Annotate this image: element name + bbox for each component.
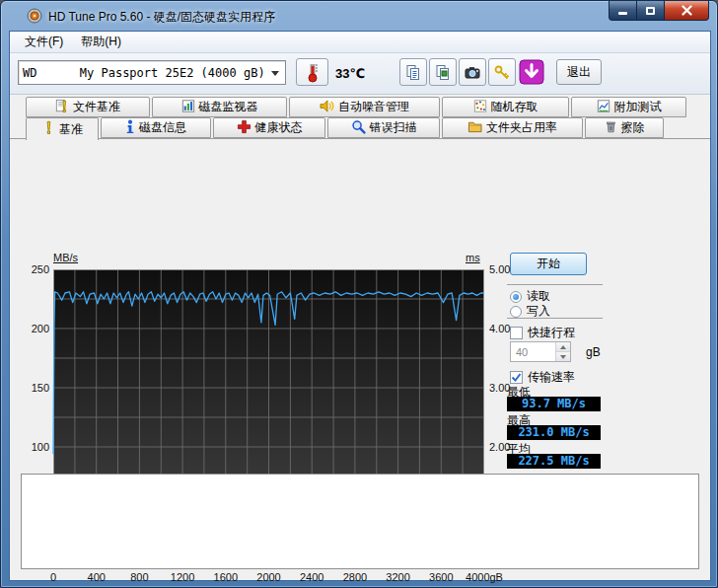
chevron-down-icon — [271, 71, 279, 76]
caption-buttons — [609, 1, 709, 21]
x-tick: 1200 — [171, 571, 194, 583]
screenshot-icon — [464, 64, 481, 81]
spinner-unit-label: gB — [586, 345, 601, 359]
close-button[interactable] — [664, 1, 709, 21]
separator — [507, 284, 603, 285]
copy-text-icon — [404, 64, 422, 81]
short-stroke-spinner[interactable]: 40 — [510, 341, 571, 362]
benchmark-icon — [41, 120, 55, 138]
radio-icon — [510, 291, 522, 303]
x-tick: 1600 — [214, 571, 238, 583]
info-panel — [21, 474, 699, 569]
screenshot-button[interactable] — [459, 58, 486, 86]
error-scan-icon — [351, 119, 366, 137]
tab-random-access[interactable]: 随机存取 — [442, 97, 569, 117]
health-icon — [237, 119, 251, 137]
short-stroke-label: 快捷行程 — [528, 325, 575, 341]
keys-button[interactable] — [488, 58, 516, 86]
close-icon — [682, 5, 692, 16]
tab-extra-tests[interactable]: 附加测试 — [571, 97, 686, 117]
tab-file-benchmark[interactable]: 文件基准 — [26, 97, 150, 117]
minimize-button[interactable] — [609, 1, 637, 21]
x-tick: 3200 — [386, 571, 409, 583]
minimize-icon — [618, 12, 627, 15]
x-tick: 3600 — [429, 571, 453, 583]
x-tick: 2400 — [300, 571, 323, 583]
tab-benchmark[interactable]: 基准 — [26, 117, 99, 140]
separator — [507, 318, 603, 319]
maximize-button[interactable] — [637, 1, 664, 21]
min-value: 93.7 MB/s — [507, 397, 601, 411]
tab-aam[interactable]: 自动噪音管理 — [289, 97, 440, 117]
checkbox-icon — [510, 327, 523, 339]
y-left-axis-unit: MB/s — [53, 252, 78, 263]
tab-disk-info[interactable]: 磁盘信息 — [101, 117, 211, 138]
download-results-button[interactable] — [518, 58, 545, 86]
keys-icon — [493, 64, 511, 81]
tab-erase[interactable]: 擦除 — [585, 117, 664, 138]
x-tick: 4000gB — [466, 571, 503, 583]
tab-label: 基准 — [59, 121, 83, 138]
temperature-button[interactable] — [296, 58, 328, 86]
menubar: 文件(F)帮助(H) — [10, 32, 710, 53]
random-access-icon — [473, 99, 487, 116]
window-title: HD Tune Pro 5.60 - 硬盘/固态硬盘实用程序 — [48, 9, 275, 26]
tab-label: 文件夹占用率 — [486, 119, 557, 136]
maximize-icon — [646, 7, 655, 15]
spin-down-icon[interactable] — [556, 352, 570, 361]
y-left-tick: 100 — [20, 441, 49, 453]
file-benchmark-icon — [55, 99, 69, 116]
tab-label: 文件基准 — [73, 99, 120, 115]
exit-button[interactable]: 退出 — [556, 59, 602, 85]
toolbar: WD My Passport 25E2 (4000 gB) 33℃ — [10, 53, 710, 95]
start-button[interactable]: 开始 — [510, 253, 587, 275]
tab-health[interactable]: 健康状态 — [213, 117, 325, 138]
short-stroke-checkbox[interactable]: 快捷行程 — [510, 325, 575, 341]
tab-label: 磁盘信息 — [139, 119, 186, 136]
copy-image-button[interactable] — [429, 58, 457, 86]
menu-item-help[interactable]: 帮助(H) — [72, 31, 130, 53]
y-left-tick: 150 — [20, 382, 49, 394]
radio-icon — [510, 306, 522, 318]
disk-info-icon — [125, 119, 135, 137]
thermometer-icon — [306, 61, 320, 83]
folder-usage-icon — [467, 119, 482, 136]
spinner-value: 40 — [511, 342, 555, 361]
exit-button-label: 退出 — [567, 64, 591, 81]
tab-folder-usage[interactable]: 文件夹占用率 — [442, 117, 583, 138]
tab-label: 错误扫描 — [370, 119, 417, 136]
tab-label: 附加测试 — [614, 99, 662, 115]
tab-row-primary: 基准磁盘信息健康状态错误扫描文件夹占用率擦除 — [26, 117, 664, 138]
device-select[interactable]: WD My Passport 25E2 (4000 gB) — [18, 60, 286, 85]
max-value: 231.0 MB/s — [507, 425, 601, 440]
y-left-tick: 250 — [20, 263, 49, 275]
tab-disk-monitor[interactable]: 磁盘监视器 — [152, 97, 287, 117]
copy-text-button[interactable] — [399, 58, 427, 86]
y-right-tick: 2.00 — [489, 441, 510, 453]
device-select-value: WD My Passport 25E2 (4000 gB) — [23, 66, 265, 80]
tab-error-scan[interactable]: 错误扫描 — [327, 117, 440, 138]
disk-monitor-icon — [181, 99, 195, 116]
x-tick: 2000 — [256, 571, 280, 583]
x-tick: 800 — [130, 571, 148, 583]
titlebar: HD Tune Pro 5.60 - 硬盘/固态硬盘实用程序 — [1, 1, 717, 31]
y-right-tick: 5.00 — [489, 263, 510, 275]
app-window: HD Tune Pro 5.60 - 硬盘/固态硬盘实用程序 文件(F)帮助(H… — [0, 0, 718, 588]
extra-tests-icon — [597, 99, 610, 116]
spin-up-icon[interactable] — [556, 342, 570, 352]
aam-icon — [320, 99, 334, 116]
tab-row-secondary: 文件基准磁盘监视器自动噪音管理随机存取附加测试 — [26, 97, 686, 117]
spinner-buttons[interactable] — [555, 342, 570, 361]
avg-value: 227.5 MB/s — [507, 454, 601, 469]
temperature-value: 33℃ — [335, 66, 365, 81]
menu-item-file[interactable]: 文件(F) — [16, 31, 72, 53]
download-icon — [519, 59, 544, 85]
transfer-rate-label: 传输速率 — [528, 369, 575, 386]
tab-label: 健康状态 — [255, 119, 303, 136]
tab-label: 自动噪音管理 — [338, 99, 409, 115]
tab-label: 磁盘监视器 — [199, 99, 258, 115]
tab-label: 随机存取 — [491, 99, 538, 115]
checkbox-icon — [510, 371, 523, 384]
erase-icon — [605, 119, 617, 137]
y-left-tick: 200 — [20, 323, 49, 334]
